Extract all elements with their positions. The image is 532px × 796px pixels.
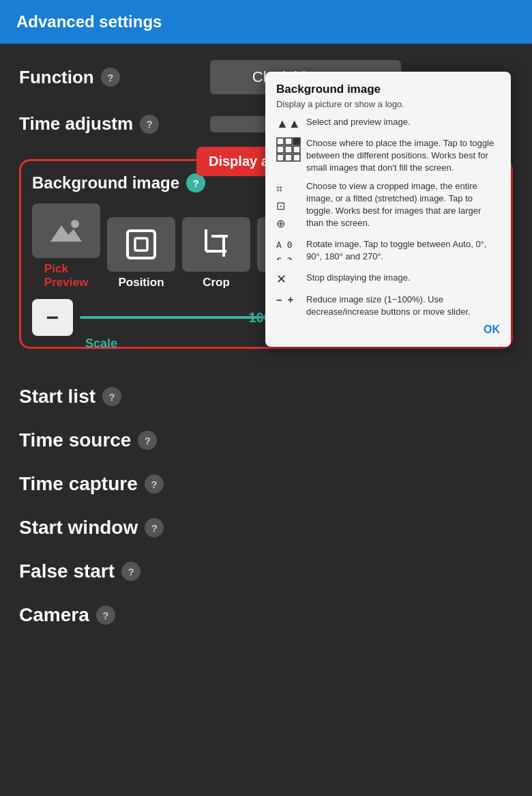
header-title: Advanced settings: [16, 12, 162, 31]
start-window-label: Start window ?: [19, 517, 224, 539]
svg-rect-8: [205, 229, 207, 232]
background-image-help-icon[interactable]: ?: [186, 173, 205, 193]
svg-rect-12: [293, 138, 300, 145]
info-item-scale: − + Reduce image size (1−100%). Use decr…: [276, 294, 500, 318]
svg-rect-16: [277, 154, 284, 161]
info-icon-crop: ⌗⊡⊕: [276, 180, 301, 233]
info-text-crop: Choose to view a cropped image, the enti…: [306, 180, 500, 230]
svg-rect-2: [128, 231, 155, 258]
svg-marker-0: [50, 225, 82, 242]
pick-preview-button[interactable]: PickPreview: [32, 203, 100, 289]
info-popup-title: Background image: [276, 83, 500, 96]
time-adjustment-label: Time adjustm ?: [19, 113, 210, 134]
time-source-help-icon[interactable]: ?: [138, 431, 157, 450]
advanced-settings-header: Advanced settings: [0, 0, 532, 44]
time-adjustment-help-icon[interactable]: ?: [140, 115, 159, 134]
info-item-position: Choose where to place the image. Tap to …: [276, 137, 500, 175]
info-text-rotate: Rotate image. Tap to toggle between Auto…: [306, 238, 500, 263]
start-window-row: Start window ?: [19, 517, 513, 539]
camera-help-icon[interactable]: ?: [96, 606, 115, 625]
false-start-label: False start ?: [19, 560, 224, 582]
svg-rect-9: [222, 254, 225, 257]
svg-rect-13: [277, 146, 284, 153]
crop-label: Crop: [203, 276, 230, 289]
time-capture-row: Time capture ?: [19, 473, 513, 495]
info-popup-ok-button[interactable]: OK: [276, 324, 500, 336]
svg-rect-14: [285, 146, 292, 153]
bottom-settings: Start list ? Time source ? Time capture …: [0, 386, 532, 626]
position-label: Position: [118, 276, 164, 289]
crop-icon: [182, 217, 250, 272]
svg-rect-3: [135, 238, 147, 251]
svg-rect-11: [285, 138, 292, 145]
camera-label: Camera ?: [19, 604, 224, 626]
camera-row: Camera ?: [19, 604, 513, 626]
function-help-icon[interactable]: ?: [101, 68, 120, 87]
info-item-clear: ✕ Stop displaying the image.: [276, 272, 500, 287]
info-text-preview: Select and preview image.: [306, 116, 410, 128]
info-text-position: Choose where to place the image. Tap to …: [306, 137, 500, 175]
time-source-label: Time source ?: [19, 429, 224, 451]
info-item-crop: ⌗⊡⊕ Choose to view a cropped image, the …: [276, 180, 500, 233]
time-source-row: Time source ?: [19, 429, 513, 451]
time-capture-label: Time capture ?: [19, 473, 224, 495]
svg-point-1: [71, 220, 79, 228]
info-popup: Background image Display a picture or sh…: [265, 72, 511, 347]
info-item-rotate: A 0↶ ↷ Rotate image. Tap to toggle betwe…: [276, 238, 500, 267]
start-window-help-icon[interactable]: ?: [145, 518, 164, 537]
info-icon-clear: ✕: [276, 272, 301, 287]
info-icon-position: [276, 137, 301, 175]
svg-rect-15: [293, 146, 300, 153]
false-start-help-icon[interactable]: ?: [121, 562, 141, 581]
start-list-help-icon[interactable]: ?: [102, 387, 121, 406]
svg-rect-10: [277, 138, 284, 145]
info-text-scale: Reduce image size (1−100%). Use decrease…: [306, 294, 500, 318]
time-capture-help-icon[interactable]: ?: [145, 474, 164, 494]
svg-rect-18: [293, 154, 300, 161]
info-popup-subtitle: Display a picture or show a logo.: [276, 99, 500, 109]
info-text-clear: Stop displaying the image.: [306, 272, 410, 284]
function-label: Function ?: [19, 67, 210, 88]
start-list-label: Start list ?: [19, 386, 224, 408]
info-item-preview: ▲▲ Select and preview image.: [276, 116, 500, 132]
scale-decrease-button[interactable]: −: [32, 299, 73, 336]
false-start-row: False start ?: [19, 560, 513, 582]
crop-button[interactable]: Crop: [182, 217, 250, 289]
pick-preview-icon: [32, 203, 100, 258]
background-image-box: Background image ? PickPreview: [19, 159, 513, 349]
position-button[interactable]: Position: [107, 217, 175, 289]
scale-label: Scale: [85, 337, 117, 351]
position-icon: [107, 217, 175, 272]
info-icon-rotate: A 0↶ ↷: [276, 238, 301, 267]
start-list-row: Start list ?: [19, 386, 513, 408]
info-icon-preview: ▲▲: [276, 116, 301, 132]
svg-rect-17: [285, 154, 292, 161]
pick-preview-label: PickPreview: [44, 262, 88, 289]
info-icon-scale: − +: [276, 294, 301, 306]
